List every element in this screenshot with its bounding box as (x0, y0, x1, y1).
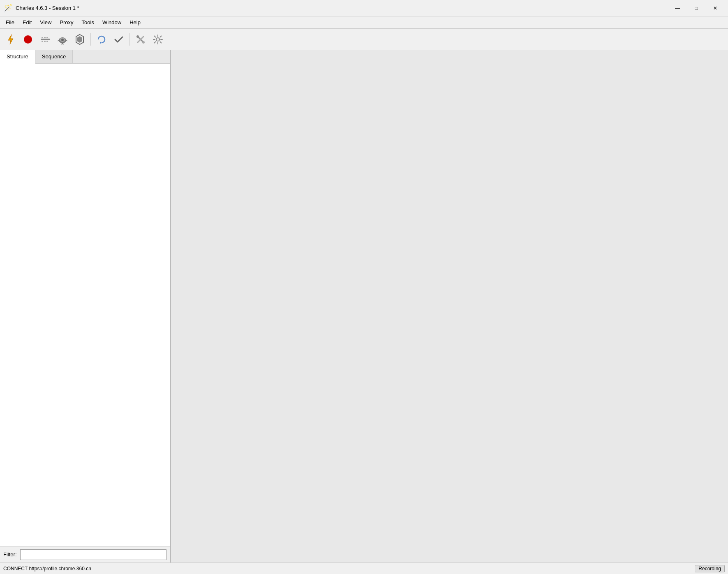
settings-button[interactable] (150, 31, 166, 48)
settings-icon (152, 34, 164, 45)
menu-file[interactable]: File (2, 16, 18, 28)
tab-bar: Structure Sequence (0, 50, 170, 64)
svg-line-30 (160, 41, 162, 43)
toolbar (0, 29, 728, 50)
tree-area[interactable] (0, 64, 170, 546)
menu-bar: File Edit View Proxy Tools Window Help (0, 16, 728, 29)
record-icon (22, 34, 34, 45)
svg-point-22 (136, 35, 139, 38)
tab-sequence[interactable]: Sequence (35, 50, 73, 63)
compose-icon (74, 34, 86, 45)
close-button[interactable]: ✕ (706, 2, 725, 14)
main-content: Structure Sequence Filter: (0, 50, 728, 562)
menu-proxy[interactable]: Proxy (55, 16, 77, 28)
filter-input[interactable] (20, 549, 167, 560)
status-bar: CONNECT https://profile.chrome.360.cn Re… (0, 562, 728, 574)
title-bar-title: Charles 4.6.3 - Session 1 * (16, 5, 79, 11)
tools-icon-button[interactable] (132, 31, 149, 48)
validate-icon (113, 34, 125, 45)
breakpoints-icon (57, 34, 68, 45)
svg-rect-5 (46, 37, 48, 38)
app-icon: 🪄 (3, 4, 12, 13)
svg-rect-3 (42, 37, 43, 38)
svg-rect-2 (41, 39, 50, 40)
toolbar-separator-2 (129, 33, 130, 46)
svg-line-15 (58, 40, 59, 41)
charles-icon-button[interactable] (2, 31, 19, 48)
filter-area: Filter: (0, 546, 170, 562)
svg-marker-19 (100, 41, 102, 44)
compose-button[interactable] (72, 31, 88, 48)
svg-marker-18 (77, 36, 82, 43)
charles-icon (5, 34, 16, 45)
svg-marker-0 (8, 35, 13, 44)
svg-rect-4 (44, 37, 46, 38)
left-panel: Structure Sequence Filter: (0, 50, 171, 562)
menu-view[interactable]: View (36, 16, 55, 28)
tools-icon (135, 34, 146, 45)
svg-point-11 (61, 39, 64, 41)
title-bar-controls: — □ ✕ (668, 2, 725, 14)
breakpoints-button[interactable] (54, 31, 71, 48)
toolbar-separator-1 (90, 33, 91, 46)
right-panel (171, 50, 728, 562)
menu-help[interactable]: Help (125, 16, 145, 28)
repeat-icon (96, 34, 107, 45)
svg-line-31 (160, 36, 162, 37)
filter-label: Filter: (3, 551, 17, 558)
svg-rect-7 (44, 41, 46, 42)
minimize-button[interactable]: — (668, 2, 687, 14)
menu-tools[interactable]: Tools (78, 16, 98, 28)
status-text: CONNECT https://profile.chrome.360.cn (3, 566, 91, 572)
maximize-button[interactable]: □ (687, 2, 706, 14)
menu-edit[interactable]: Edit (18, 16, 36, 28)
validate-button[interactable] (111, 31, 127, 48)
menu-window[interactable]: Window (98, 16, 125, 28)
svg-point-1 (24, 35, 32, 44)
svg-point-24 (156, 38, 159, 41)
svg-line-32 (155, 41, 156, 43)
title-bar: 🪄 Charles 4.6.3 - Session 1 * — □ ✕ (0, 0, 728, 16)
throttle-button[interactable] (37, 31, 53, 48)
svg-rect-8 (46, 41, 48, 42)
repeat-button[interactable] (93, 31, 110, 48)
svg-line-16 (66, 40, 67, 41)
svg-rect-6 (42, 41, 43, 42)
svg-line-29 (155, 36, 156, 37)
svg-point-23 (142, 41, 145, 44)
title-bar-left: 🪄 Charles 4.6.3 - Session 1 * (3, 4, 79, 13)
throttle-icon (39, 34, 51, 45)
recording-badge: Recording (695, 565, 725, 572)
tab-structure[interactable]: Structure (0, 50, 35, 64)
record-button[interactable] (20, 31, 36, 48)
